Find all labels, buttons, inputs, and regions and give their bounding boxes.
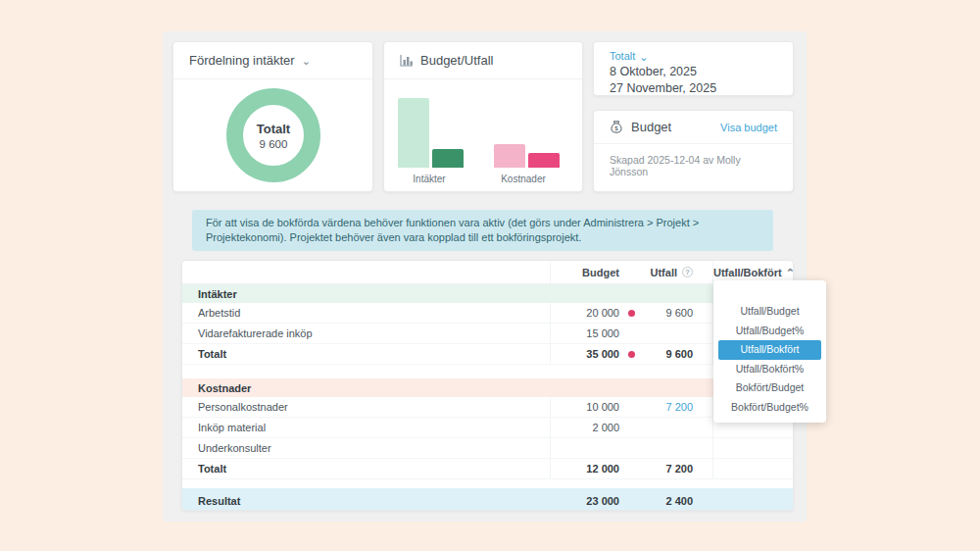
budget-card-title: Budget (631, 120, 671, 134)
row-utfall-value: 7 200 (643, 463, 693, 475)
row-budget-value: 20 000 (550, 303, 619, 323)
section-gap (182, 365, 793, 378)
bar-budget-intkter (398, 98, 429, 168)
result-row: Resultat23 0002 400 (182, 488, 793, 511)
section-header-cost: Kostnader (182, 378, 793, 397)
menu-item-utfallbudget[interactable]: Utfall/Budget% (718, 322, 821, 341)
table-row: Personalkostnader10 0007 200 (182, 397, 793, 418)
table-row: Totalt35 0009 600 (182, 344, 793, 365)
section-header-label: Kostnader (182, 382, 550, 394)
table-row: Underkonsulter (182, 438, 793, 459)
period-card: Totalt ⌄ 8 Oktober, 2025 27 November, 20… (593, 41, 794, 96)
donut-total-label: Totalt (257, 122, 290, 136)
ratio-dropdown-menu: Utfall/BudgetUtfall/Budget%Utfall/Bokför… (713, 280, 826, 423)
table-row: Vidarefakturerade inköp15 000 (182, 324, 793, 344)
bar-budget-kostnader (494, 144, 525, 168)
visa-budget-link[interactable]: Visa budget (720, 122, 777, 133)
bar-chart-icon (400, 54, 414, 67)
row-label: Arbetstid (182, 307, 550, 319)
donut-center-label: Totalt 9 600 (226, 88, 320, 182)
budget-created-text: Skapad 2025-12-04 av Molly Jönsson (594, 144, 793, 187)
period-dates: 8 Oktober, 2025 27 November, 2025 (610, 64, 777, 97)
period-date-to: 27 November, 2025 (610, 80, 777, 97)
budget-utfall-card: Budget/Utfall IntäkterKostnader (383, 41, 583, 192)
row-dot-cell (619, 310, 643, 317)
chevron-up-icon: ⌃ (786, 268, 794, 278)
bar-group-intkter (398, 98, 464, 168)
chevron-down-icon: ⌄ (302, 56, 311, 67)
status-dot (628, 351, 635, 358)
section-gap (182, 479, 793, 488)
period-date-from: 8 Oktober, 2025 (610, 64, 777, 80)
bar-group-kostnader (494, 144, 560, 168)
menu-item-utfallbudget[interactable]: Utfall/Budget (718, 302, 821, 322)
row-budget-value: 15 000 (550, 324, 619, 343)
section-header-label: Intäkter (182, 288, 550, 300)
row-label: Totalt (182, 348, 550, 360)
donut-chart: Totalt 9 600 (226, 88, 320, 182)
row-budget-value: 12 000 (550, 459, 619, 478)
bar-chart: IntäkterKostnader (384, 80, 582, 191)
info-icon[interactable]: ? (682, 267, 693, 277)
table-row: Totalt12 0007 200 (182, 459, 793, 479)
result-utfall-value: 2 400 (643, 495, 693, 507)
table-body: IntäkterArbetstid20 0009 600Vidarefaktur… (182, 284, 793, 511)
row-label: Totalt (182, 463, 550, 475)
status-dot (628, 310, 635, 317)
project-economy-page: Fördelning intäkter ⌄ Totalt 9 600 Budge… (0, 0, 980, 551)
distribution-card-header[interactable]: Fördelning intäkter ⌄ (173, 42, 372, 79)
budget-table-card: Budget Utfall? Utfall/Bokfört ⌃ Intäkter… (181, 260, 794, 511)
budget-card-header: $ Budget Visa budget (594, 111, 793, 144)
table-header-row: Budget Utfall? Utfall/Bokfört ⌃ (182, 261, 793, 284)
bar-category-label-kostnader: Kostnader (489, 174, 558, 184)
row-utfall-value: 9 600 (643, 348, 693, 360)
row-label: Inköp material (182, 422, 550, 433)
menu-item-utfallbokfrt[interactable]: Utfall/Bokfört% (718, 360, 821, 379)
distribution-card: Fördelning intäkter ⌄ Totalt 9 600 (172, 41, 373, 192)
budget-utfall-card-header: Budget/Utfall (384, 42, 582, 79)
row-budget-value (550, 438, 619, 458)
bar-utfall-intkter (432, 149, 464, 169)
result-budget-value: 23 000 (550, 495, 619, 507)
period-selector[interactable]: Totalt ⌄ (610, 50, 777, 62)
menu-item-utfallbokfrt[interactable]: Utfall/Bokfört (718, 340, 821, 360)
section-header-income: Intäkter (182, 284, 793, 303)
row-dot-cell (619, 351, 643, 358)
budget-utfall-card-title: Budget/Utfall (420, 53, 493, 68)
row-label: Personalkostnader (182, 401, 550, 413)
row-budget-value: 2 000 (550, 418, 619, 437)
column-header-utfall: Utfall? (643, 267, 693, 278)
chevron-down-icon: ⌄ (639, 52, 648, 63)
bar-category-label-intkter: Intäkter (395, 174, 464, 184)
menu-item-bokfrtbudget[interactable]: Bokfört/Budget (718, 378, 821, 398)
info-banner: För att visa de bokförda värdena behöver… (192, 210, 773, 251)
period-selector-label: Totalt (610, 50, 635, 62)
distribution-card-title: Fördelning intäkter (189, 53, 295, 68)
row-label: Vidarefakturerade inköp (182, 327, 550, 339)
row-label: Underkonsulter (182, 442, 550, 454)
row-ratio-cell (712, 459, 793, 478)
row-utfall-value[interactable]: 7 200 (643, 401, 693, 413)
menu-item-bokfrtbudget[interactable]: Bokfört/Budget% (718, 398, 821, 418)
row-budget-value: 35 000 (550, 344, 619, 364)
money-bag-icon: $ (610, 120, 623, 134)
column-header-utfall-bokfort[interactable]: Utfall/Bokfört ⌃ (713, 267, 794, 278)
donut-total-value: 9 600 (260, 138, 288, 150)
result-label: Resultat (182, 495, 550, 507)
table-row: Arbetstid20 0009 600 (182, 303, 793, 324)
bar-utfall-kostnader (528, 153, 560, 168)
svg-text:$: $ (614, 125, 618, 131)
row-utfall-value: 9 600 (643, 307, 693, 319)
column-header-budget: Budget (550, 261, 619, 283)
row-ratio-cell (712, 438, 793, 458)
table-row: Inköp material2 000 (182, 418, 793, 438)
budget-card: $ Budget Visa budget Skapad 2025-12-04 a… (593, 110, 794, 192)
row-budget-value: 10 000 (550, 397, 619, 417)
